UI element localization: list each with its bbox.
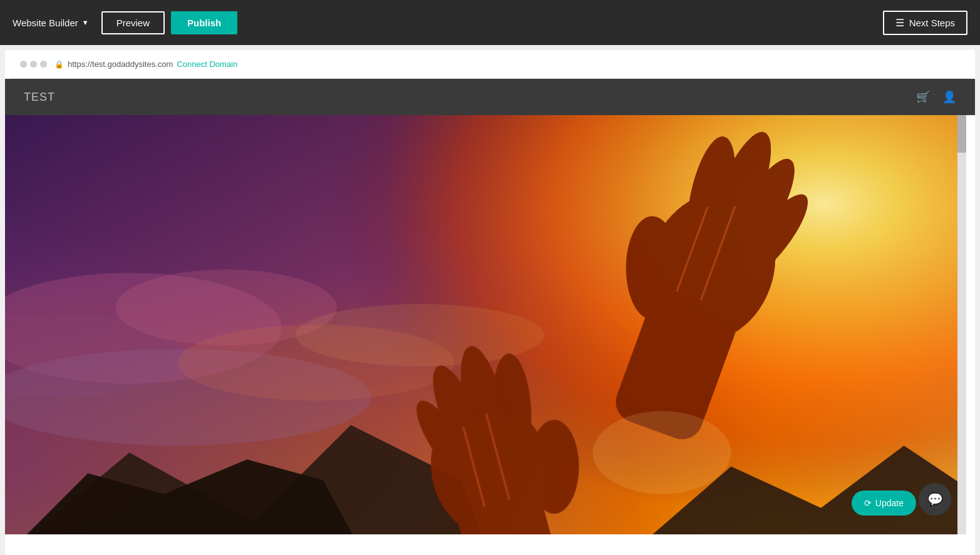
scrollbar-thumb[interactable] (957, 115, 966, 153)
update-button[interactable]: ⟳ Update (852, 491, 916, 516)
preview-button[interactable]: Preview (101, 11, 165, 34)
next-steps-label: Next Steps (909, 18, 955, 28)
hero-area: 💬 ⟳ Update (5, 115, 966, 534)
refresh-icon: ⟳ (864, 498, 872, 508)
dot-red (20, 61, 27, 68)
toolbar-right: ☰ Next Steps (883, 11, 967, 35)
hero-background (5, 115, 966, 534)
browser-url-area: 🔒 https://test.godaddysites.com Connect … (54, 59, 960, 69)
chat-icon: 💬 (927, 492, 943, 507)
next-steps-button[interactable]: ☰ Next Steps (883, 11, 967, 35)
preview-inner: 🔒 https://test.godaddysites.com Connect … (5, 50, 975, 555)
chat-button[interactable]: 💬 (919, 483, 951, 516)
toolbar-buttons: Preview Publish (101, 11, 238, 34)
publish-button[interactable]: Publish (171, 11, 237, 34)
site-content: 💬 ⟳ Update (5, 115, 975, 534)
site-nav-icons: 🛒 👤 (916, 90, 956, 104)
cart-icon[interactable]: 🛒 (916, 90, 930, 104)
lock-icon: 🔒 (54, 60, 64, 69)
brand-label: Website Builder (13, 18, 78, 28)
browser-dots (20, 61, 47, 68)
dot-green (40, 61, 47, 68)
dot-yellow (30, 61, 37, 68)
scrollbar-track[interactable] (957, 115, 966, 534)
svg-point-31 (593, 411, 731, 494)
url-text: https://test.godaddysites.com (68, 59, 173, 69)
user-icon[interactable]: 👤 (942, 90, 956, 104)
chevron-down-icon: ▼ (82, 19, 89, 26)
update-label: Update (875, 498, 904, 508)
list-icon: ☰ (895, 17, 904, 29)
preview-container: 🔒 https://test.godaddysites.com Connect … (0, 45, 980, 555)
connect-domain-link[interactable]: Connect Domain (177, 59, 237, 69)
brand-area[interactable]: Website Builder ▼ (13, 18, 89, 28)
browser-chrome: 🔒 https://test.godaddysites.com Connect … (10, 50, 970, 79)
hero-svg (5, 115, 966, 534)
site-title: TEST (24, 91, 55, 104)
site-nav: TEST 🛒 👤 (5, 79, 975, 115)
toolbar: Website Builder ▼ Preview Publish ☰ Next… (0, 0, 980, 45)
